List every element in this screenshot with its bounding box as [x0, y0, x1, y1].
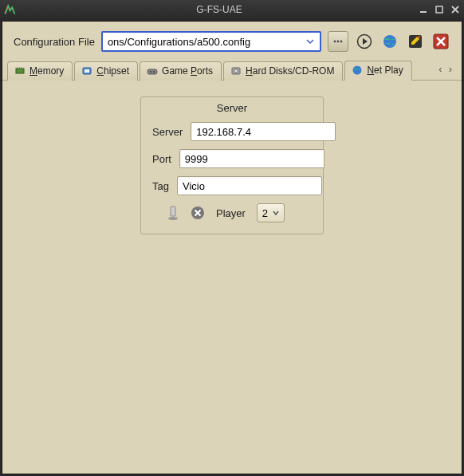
svg-rect-21 — [171, 207, 175, 216]
tab-game-ports[interactable]: Game Ports — [140, 61, 222, 81]
tab-scroll-left[interactable]: ‹ — [438, 63, 442, 75]
svg-rect-11 — [17, 67, 18, 69]
port-label: Port — [152, 153, 171, 165]
tag-row: Tag — [152, 176, 312, 195]
gameports-icon — [147, 65, 158, 77]
app-icon — [3, 3, 16, 16]
titlebar: G-FS-UAE — [0, 0, 464, 19]
port-row: Port — [152, 149, 312, 168]
svg-rect-10 — [16, 69, 24, 73]
globe-icon[interactable] — [380, 32, 399, 51]
svg-point-2 — [334, 41, 336, 43]
play-button[interactable] — [355, 32, 374, 51]
cancel-icon[interactable] — [191, 206, 205, 220]
config-file-label: Configuration File — [14, 36, 95, 48]
action-row: Player 2 — [152, 203, 312, 222]
svg-point-4 — [340, 41, 343, 43]
chipset-icon — [81, 65, 92, 77]
server-input[interactable] — [191, 122, 336, 141]
svg-rect-0 — [420, 11, 427, 13]
svg-point-16 — [150, 71, 151, 73]
group-title: Server — [152, 102, 312, 114]
server-group: Server Server Port Tag — [140, 96, 324, 234]
minimize-button[interactable] — [418, 4, 429, 15]
client-area: Configuration File — [2, 21, 462, 474]
server-label: Server — [152, 126, 183, 138]
svg-point-20 — [353, 66, 362, 75]
server-run-icon[interactable] — [167, 205, 179, 221]
svg-point-17 — [153, 71, 155, 73]
window-controls — [418, 4, 461, 15]
edit-icon[interactable] — [406, 32, 425, 51]
config-file-combo[interactable] — [101, 31, 321, 52]
config-file-input[interactable] — [108, 36, 304, 48]
delete-button[interactable] — [431, 32, 450, 51]
window-title: G-FS-UAE — [21, 4, 418, 15]
tag-label: Tag — [152, 180, 169, 192]
tag-input[interactable] — [177, 176, 322, 195]
chevron-down-icon[interactable] — [304, 35, 317, 48]
config-toolbar: Configuration File — [2, 22, 462, 60]
player-select[interactable]: 2 — [257, 203, 285, 222]
player-label: Player — [216, 207, 246, 219]
chevron-down-icon — [273, 210, 279, 216]
tab-scroll: ‹ › — [434, 60, 457, 80]
svg-point-19 — [234, 69, 238, 73]
memory-icon — [14, 65, 26, 77]
tab-bar: Memory Chipset Game Ports Hard Disks/CD-… — [2, 60, 462, 81]
close-button[interactable] — [450, 4, 461, 15]
tab-net-play[interactable]: Net Play — [344, 61, 411, 81]
player-value: 2 — [262, 207, 268, 219]
app-window: G-FS-UAE Configuration File — [0, 0, 464, 476]
port-input[interactable] — [179, 149, 324, 168]
svg-rect-15 — [85, 69, 89, 73]
tab-scroll-right[interactable]: › — [449, 63, 452, 75]
maximize-button[interactable] — [434, 4, 445, 15]
svg-point-3 — [337, 41, 340, 43]
svg-point-22 — [168, 217, 178, 220]
tab-content: Server Server Port Tag — [2, 81, 462, 474]
tab-hard-disks[interactable]: Hard Disks/CD-ROM — [223, 61, 343, 81]
server-row: Server — [152, 122, 312, 141]
svg-rect-13 — [22, 67, 22, 69]
browse-button[interactable] — [328, 31, 348, 52]
svg-rect-1 — [436, 6, 442, 13]
netplay-icon — [352, 65, 363, 76]
svg-rect-12 — [19, 67, 20, 69]
harddisk-icon — [230, 65, 242, 77]
tab-chipset[interactable]: Chipset — [74, 61, 138, 81]
tab-memory[interactable]: Memory — [7, 61, 73, 81]
svg-point-6 — [383, 35, 396, 48]
